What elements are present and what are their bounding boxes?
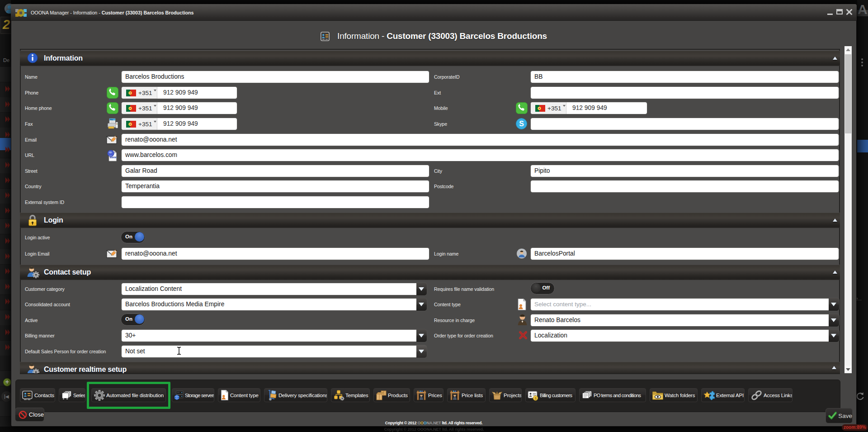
toolbar-button-po-terms[interactable]: PO terms and conditions: [579, 388, 646, 402]
dropdown-button[interactable]: [829, 329, 839, 342]
section-title-customer-realtime-setup: Customer realtime setup: [44, 362, 127, 373]
dial-code-selector[interactable]: +351: [122, 87, 157, 99]
mobile-input[interactable]: +351 912 909 949: [530, 101, 648, 115]
dropdown-button[interactable]: [829, 314, 839, 327]
toolbar-button-watch-folders[interactable]: Watch folders: [650, 388, 698, 402]
fax-input[interactable]: +351 912 909 949: [121, 117, 238, 131]
postcode-input[interactable]: [530, 180, 840, 193]
scrollbar-up-button[interactable]: [844, 46, 852, 54]
chevron-up-icon[interactable]: [833, 271, 837, 274]
section-header-information[interactable]: [20, 51, 840, 66]
toggle-state-label: On: [125, 314, 132, 324]
section-header-contact-setup[interactable]: [20, 265, 840, 280]
street-input[interactable]: Galar Road: [121, 164, 430, 178]
section-header-customer-realtime-setup[interactable]: Customer realtime setup: [20, 362, 840, 373]
resource-in-charge-select[interactable]: Renato Barcelos: [530, 313, 840, 327]
country-input[interactable]: Temperantia: [121, 180, 430, 193]
dropdown-button[interactable]: [416, 283, 427, 295]
chevron-up-icon[interactable]: [833, 57, 837, 60]
chevron-right-icon: [5, 101, 10, 108]
refresh-icon[interactable]: [855, 392, 865, 401]
login-active-toggle[interactable]: On: [121, 231, 145, 243]
phone-number-value[interactable]: 912 909 949: [566, 102, 607, 114]
chevron-up-icon[interactable]: [832, 366, 836, 369]
dropdown-button[interactable]: [416, 345, 427, 358]
phone-number-value[interactable]: 912 909 949: [157, 118, 198, 130]
toolbar-button-content-type[interactable]: Content type: [218, 388, 260, 402]
close-window-button[interactable]: [846, 9, 853, 15]
maximize-button[interactable]: [836, 9, 843, 14]
chevron-down-icon: [154, 105, 156, 107]
login-name-input[interactable]: BarcelosPortal: [530, 247, 840, 261]
window-title-bold: Customer (33003) Barcelos Broductions: [102, 10, 194, 15]
close-button[interactable]: Close: [15, 408, 44, 422]
toolbar-button-price-lists[interactable]: Price lists: [447, 388, 486, 402]
ext-input[interactable]: [530, 86, 840, 100]
market-stand-icon: [449, 389, 461, 401]
toggle-state-label: On: [125, 232, 132, 242]
dial-code-selector[interactable]: +351: [122, 118, 157, 130]
portugal-flag: [126, 105, 136, 112]
portugal-flag: [126, 90, 136, 96]
select-value: Renato Barcelos: [534, 314, 828, 326]
chevron-up-icon[interactable]: [833, 218, 837, 222]
toggle-knob: [531, 283, 541, 293]
screen: 2 De + |◀ A e... Copyright © 2012 OOONA.…: [0, 0, 868, 432]
url-label: URL: [25, 148, 34, 162]
skype-input[interactable]: [530, 117, 840, 131]
toolbar-button-delivery-specifications[interactable]: Delivery specifications: [264, 388, 327, 402]
toolbar-button-storage-servers[interactable]: Storage servers: [172, 388, 214, 402]
content-type-label: Content type: [434, 298, 461, 311]
active-toggle[interactable]: On: [121, 313, 145, 326]
consolidated-account-select[interactable]: Barcelos Broductions Media Empire: [121, 298, 427, 311]
toolbar-button-prices[interactable]: Prices: [414, 388, 443, 402]
skip-to-start-icon[interactable]: |◀: [1, 391, 12, 402]
corporate-id-input[interactable]: BB: [530, 70, 840, 84]
section-title-contact-setup: Contact setup: [44, 265, 91, 280]
boxes-icon: [376, 390, 387, 401]
fax-icon: Fax: [107, 118, 119, 130]
customer-category-select[interactable]: Localization Content: [121, 282, 427, 296]
chevron-down-icon: [831, 303, 836, 306]
toolbar-button-products[interactable]: Products: [373, 388, 410, 402]
toolbar-button-billing-customers[interactable]: $ Billing customers: [525, 388, 576, 402]
scrollbar-down-button[interactable]: [844, 366, 852, 373]
phone-number-value[interactable]: 912 909 949: [157, 87, 198, 99]
default-sales-person-select[interactable]: Not set: [121, 345, 427, 358]
chevron-up-icon: [846, 48, 850, 51]
dropdown-button[interactable]: [829, 298, 839, 311]
external-system-id-label: External system ID: [25, 195, 64, 209]
toolbar-button-templates[interactable]: Templates: [331, 388, 370, 402]
scrollbar-thumb[interactable]: [845, 54, 851, 133]
order-type-select[interactable]: Localization: [530, 329, 840, 342]
country-label: Country: [25, 180, 41, 193]
content-type-select[interactable]: Select content type...: [530, 298, 840, 311]
toolbar-button-series[interactable]: Series: [59, 388, 85, 402]
toolbar-button-external-api[interactable]: External API: [701, 388, 745, 402]
toolbar-button-label: Storage servers: [185, 393, 214, 398]
name-input[interactable]: Barcelos Broductions: [121, 70, 430, 84]
add-icon[interactable]: +: [3, 378, 11, 386]
dial-code-selector[interactable]: +351: [531, 102, 566, 114]
billing-manner-select[interactable]: 30+: [121, 329, 427, 342]
dial-code-selector[interactable]: +351: [122, 102, 157, 114]
toolbar-button-contacts[interactable]: Contacts: [20, 388, 55, 402]
minimize-button[interactable]: [826, 8, 834, 16]
toolbar-button-access-links[interactable]: Access Links: [748, 388, 793, 402]
phone-number-value[interactable]: 912 909 949: [157, 102, 198, 114]
section-header-login[interactable]: [20, 213, 840, 228]
dropdown-button[interactable]: [416, 298, 427, 311]
chevron-right-icon: [5, 268, 10, 275]
login-email-input[interactable]: renato@ooona.net: [121, 247, 430, 261]
toolbar-button-projects[interactable]: Projects: [489, 388, 522, 402]
stacked-pages-icon: [61, 390, 72, 400]
requires-file-name-validation-toggle[interactable]: Off: [530, 282, 555, 294]
dropdown-button[interactable]: [416, 329, 427, 342]
home-phone-input[interactable]: +351 912 909 949: [121, 101, 238, 115]
svg-text:Fax: Fax: [110, 119, 113, 121]
city-input[interactable]: Pipito: [530, 164, 840, 178]
url-input[interactable]: www.barcelos.com: [121, 148, 840, 162]
email-input[interactable]: renato@ooona.net: [121, 133, 840, 147]
external-system-id-input[interactable]: [121, 195, 430, 209]
phone-input[interactable]: +351 912 909 949: [121, 86, 238, 100]
